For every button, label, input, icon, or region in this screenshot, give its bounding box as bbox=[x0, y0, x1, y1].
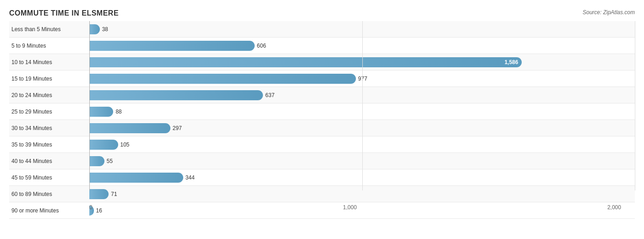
bar-label: Less than 5 Minutes bbox=[9, 26, 89, 33]
x-axis-tick: 1,000 bbox=[343, 204, 357, 211]
bar-value: 105 bbox=[120, 141, 130, 148]
bar-row: 5 to 9 Minutes606 bbox=[9, 38, 635, 54]
bar-label: 10 to 14 Minutes bbox=[9, 59, 89, 65]
x-axis: 01,0002,000 bbox=[89, 204, 635, 218]
bar-row: 25 to 29 Minutes88 bbox=[9, 103, 635, 120]
bar-row: 60 to 89 Minutes71 bbox=[9, 186, 635, 202]
bar-label: 20 to 24 Minutes bbox=[9, 92, 89, 98]
bar-value: 71 bbox=[111, 191, 117, 197]
bar: 977 bbox=[89, 74, 356, 84]
bar-label: 15 to 19 Minutes bbox=[9, 76, 89, 82]
bar-value: 88 bbox=[115, 109, 121, 115]
bar-label: 25 to 29 Minutes bbox=[9, 109, 89, 115]
bar-value: 55 bbox=[107, 158, 113, 164]
bar: 344 bbox=[89, 173, 183, 183]
bar-label: 90 or more Minutes bbox=[9, 207, 89, 214]
bar-value: 344 bbox=[186, 174, 195, 181]
grid-line bbox=[635, 21, 635, 190]
bar-value: 38 bbox=[102, 26, 108, 33]
grid-line bbox=[89, 21, 90, 190]
bar-row: 15 to 19 Minutes977 bbox=[9, 71, 635, 87]
chart-area: Less than 5 Minutes385 to 9 Minutes60610… bbox=[9, 21, 635, 218]
bar: 606 bbox=[89, 41, 255, 51]
chart-container: COMMUTE TIME IN ELSMERE Source: ZipAtlas… bbox=[0, 0, 644, 239]
bar-row: 40 to 44 Minutes55 bbox=[9, 153, 635, 169]
bar: 637 bbox=[89, 90, 263, 100]
x-axis-tick: 0 bbox=[89, 204, 93, 211]
bar-row: 45 to 59 Minutes344 bbox=[9, 169, 635, 186]
bar: 71 bbox=[89, 189, 109, 199]
bar-row: 10 to 14 Minutes1,586 bbox=[9, 54, 635, 71]
bar-label: 35 to 39 Minutes bbox=[9, 141, 89, 148]
bar-value: 637 bbox=[265, 92, 274, 98]
bar: 38 bbox=[89, 24, 100, 34]
bar-label: 60 to 89 Minutes bbox=[9, 191, 89, 197]
bar: 55 bbox=[89, 156, 104, 166]
bar-label: 30 to 34 Minutes bbox=[9, 125, 89, 131]
bar: 105 bbox=[89, 140, 118, 150]
bar: 88 bbox=[89, 107, 113, 117]
bar-value: 297 bbox=[173, 125, 182, 131]
bar-row: 30 to 34 Minutes297 bbox=[9, 120, 635, 136]
chart-title: COMMUTE TIME IN ELSMERE bbox=[9, 9, 635, 17]
bar-label: 5 to 9 Minutes bbox=[9, 43, 89, 49]
source-text: Source: ZipAtlas.com bbox=[583, 9, 635, 16]
bar-row: 35 to 39 Minutes105 bbox=[9, 136, 635, 153]
bar-label: 40 to 44 Minutes bbox=[9, 158, 89, 164]
bar-row: Less than 5 Minutes38 bbox=[9, 21, 635, 38]
bar-value: 977 bbox=[358, 76, 367, 82]
bar-label: 45 to 59 Minutes bbox=[9, 174, 89, 181]
x-axis-tick: 2,000 bbox=[607, 204, 621, 211]
grid-line bbox=[362, 21, 363, 190]
bar-row: 20 to 24 Minutes637 bbox=[9, 87, 635, 103]
bar: 297 bbox=[89, 123, 170, 133]
bar: 1,586 bbox=[89, 57, 522, 67]
bar-value: 1,586 bbox=[504, 59, 518, 65]
bar-value: 606 bbox=[257, 43, 266, 49]
bars-section: Less than 5 Minutes385 to 9 Minutes60610… bbox=[9, 21, 635, 204]
